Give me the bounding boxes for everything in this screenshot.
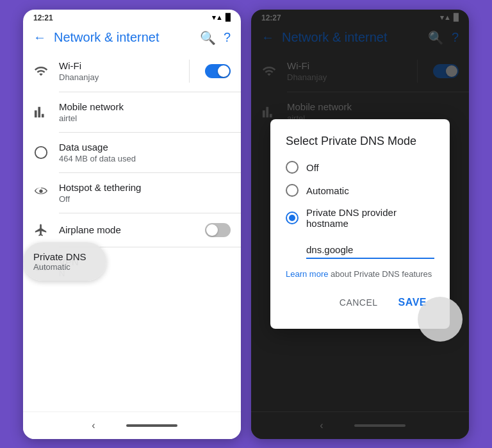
left-data-text: Data usage 464 MB of data used — [59, 142, 231, 163]
dns-off-label: Off — [306, 162, 319, 173]
private-dns-tooltip: Private DNS Automatic — [23, 242, 106, 281]
battery-icon: ▉ — [226, 13, 231, 22]
left-screen-title: Network & internet — [54, 30, 192, 45]
left-top-bar: ← Network & internet 🔍 ? — [23, 25, 241, 51]
left-settings-list: Wi-Fi Dhananjay Mobile network a — [23, 51, 241, 411]
left-wifi-text: Wi-Fi Dhananjay — [59, 60, 179, 82]
left-bottom-bar: ‹ — [23, 411, 241, 439]
left-airplane-toggle-switch[interactable] — [205, 223, 231, 237]
left-data-item[interactable]: Data usage 464 MB of data used — [23, 133, 241, 172]
left-back-button[interactable]: ← — [33, 30, 46, 45]
dns-hostname-input[interactable] — [306, 242, 434, 259]
left-airplane-knob — [206, 224, 218, 236]
learn-more-text: Learn more about Private DNS features — [286, 269, 434, 279]
left-data-title: Data usage — [59, 142, 231, 153]
hotspot-icon — [33, 185, 49, 201]
dns-off-radio[interactable] — [286, 161, 299, 174]
dns-radio-group: Off Automatic Private DNS provider hostn… — [286, 161, 434, 259]
left-hotspot-subtitle: Off — [59, 194, 231, 204]
left-time: 12:21 — [33, 13, 53, 22]
learn-more-link[interactable]: Learn more — [286, 269, 328, 279]
dns-automatic-radio[interactable] — [286, 184, 299, 197]
left-vpn-item[interactable]: VPN N Private DNS Automatic — [23, 247, 241, 287]
left-help-button[interactable]: ? — [224, 30, 231, 45]
dialog-title: Select Private DNS Mode — [286, 135, 434, 148]
left-airplane-item[interactable]: Airplane mode — [23, 213, 241, 247]
left-mobile-subtitle: airtel — [59, 113, 231, 123]
dns-input-container — [286, 239, 434, 259]
dns-automatic-option[interactable]: Automatic — [286, 184, 434, 197]
left-airplane-toggle[interactable] — [205, 223, 231, 237]
wifi-signal-icon: ▾▲ — [212, 13, 223, 22]
left-wifi-divider — [189, 60, 190, 83]
dns-automatic-label: Automatic — [306, 185, 349, 196]
dialog-overlay: Select Private DNS Mode Off Automatic — [251, 10, 469, 439]
left-phone: 12:21 ▾▲ ▉ ← Network & internet 🔍 ? Wi-F… — [23, 10, 241, 439]
right-phone: 12:27 ▾▲ ▉ ← Network & internet 🔍 ? Wi-F… — [251, 10, 469, 439]
dialog-buttons: Cancel Save — [286, 292, 434, 313]
mobile-network-icon — [33, 104, 49, 120]
airplane-icon — [33, 222, 49, 238]
left-wifi-title: Wi-Fi — [59, 60, 179, 71]
dns-hostname-label: Private DNS provider hostname — [306, 207, 434, 229]
left-airplane-title: Airplane mode — [59, 224, 195, 235]
left-back-nav[interactable]: ‹ — [86, 417, 100, 434]
left-wifi-item[interactable]: Wi-Fi Dhananjay — [23, 51, 241, 92]
left-search-button[interactable]: 🔍 — [200, 30, 216, 46]
tooltip-subtitle: Automatic — [33, 262, 96, 272]
dns-hostname-radio[interactable] — [286, 212, 299, 224]
left-hotspot-item[interactable]: Hotspot & tethering Off — [23, 173, 241, 213]
dns-hostname-radio-inner — [289, 215, 295, 221]
cancel-button[interactable]: Cancel — [332, 292, 386, 313]
left-wifi-subtitle: Dhananjay — [59, 72, 179, 82]
left-hotspot-title: Hotspot & tethering — [59, 182, 231, 193]
left-mobile-title: Mobile network — [59, 101, 231, 112]
left-status-icons: ▾▲ ▉ — [212, 13, 231, 22]
left-hotspot-text: Hotspot & tethering Off — [59, 182, 231, 204]
left-wifi-toggle-knob — [218, 65, 229, 77]
tooltip-title: Private DNS — [33, 251, 96, 262]
svg-point-0 — [35, 146, 47, 158]
left-mobile-item[interactable]: Mobile network airtel — [23, 92, 241, 132]
save-highlight-circle — [418, 297, 463, 342]
left-airplane-text: Airplane mode — [59, 224, 195, 235]
dns-off-option[interactable]: Off — [286, 161, 434, 174]
left-data-subtitle: 464 MB of data used — [59, 154, 231, 163]
left-wifi-toggle-switch[interactable] — [205, 64, 231, 78]
left-home-indicator — [126, 424, 177, 427]
left-mobile-text: Mobile network airtel — [59, 101, 231, 123]
data-usage-icon — [33, 145, 49, 160]
private-dns-dialog: Select Private DNS Mode Off Automatic — [270, 119, 450, 329]
dns-hostname-option[interactable]: Private DNS provider hostname — [286, 207, 434, 229]
left-status-bar: 12:21 ▾▲ ▉ — [23, 10, 241, 25]
wifi-icon — [33, 63, 49, 79]
left-wifi-toggle[interactable] — [205, 64, 231, 78]
